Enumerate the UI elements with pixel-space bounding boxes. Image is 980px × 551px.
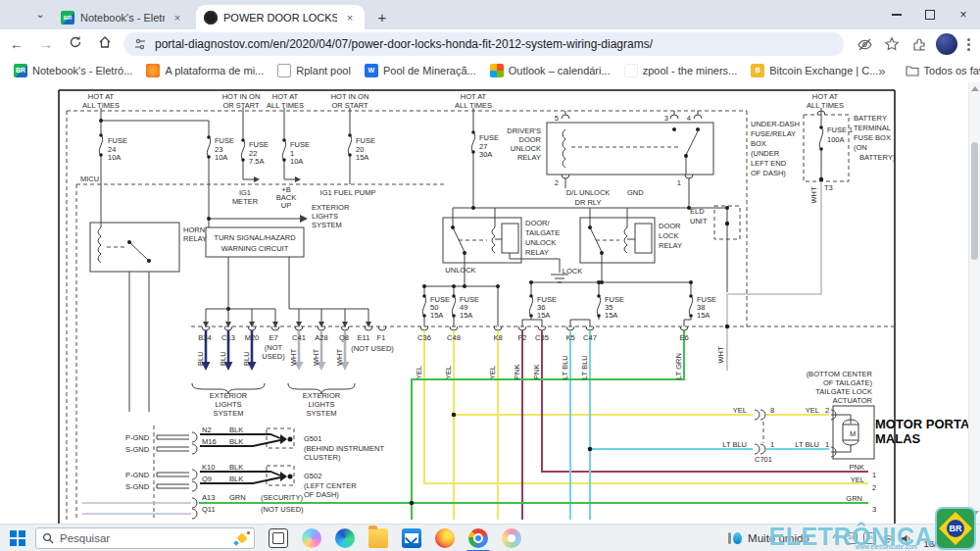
- restore-button[interactable]: [913, 0, 947, 29]
- profile-avatar[interactable]: [936, 33, 957, 55]
- tab-close-icon[interactable]: ×: [171, 11, 184, 25]
- scroll-down-icon[interactable]: [971, 511, 979, 516]
- relay-pin: 3: [664, 114, 668, 123]
- svg-text:WARNING CIRCUIT: WARNING CIRCUIT: [221, 244, 289, 253]
- reload-button[interactable]: [63, 31, 88, 57]
- tab-power-door-locks[interactable]: POWER DOOR LOCKS – Honda ×: [196, 5, 365, 29]
- close-button[interactable]: ×: [947, 0, 980, 29]
- svg-text:ALL TIMES: ALL TIMES: [82, 101, 120, 110]
- bookmark-item[interactable]: Outlook – calendári...: [490, 64, 611, 77]
- ig1-fuel-pump-label: IG1 FUEL PUMP: [320, 188, 376, 197]
- taskbar-search-input[interactable]: Pesquisar: [35, 527, 255, 549]
- tray-app-icon[interactable]: Rx: [863, 532, 876, 544]
- url-bar[interactable]: portal-diagnostov.com/en/2020/04/07/powe…: [123, 32, 844, 56]
- bookmark-label: Pool de Mineraçã...: [383, 65, 476, 76]
- wire-color-label: BLU: [196, 351, 205, 366]
- svg-text:SYSTEM: SYSTEM: [307, 409, 337, 418]
- pool-favicon-icon: W: [365, 64, 378, 77]
- page-content: HOT ATALL TIMES HOT IN ONOR START HOT AT…: [0, 82, 980, 524]
- pin-label: A13: [202, 493, 215, 502]
- svg-text:METER: METER: [232, 197, 259, 206]
- thermometer-icon: [728, 532, 731, 544]
- taskbar-clock[interactable]: 17:22 18/09/2024: [923, 527, 970, 549]
- tray-chevron-icon[interactable]: ^: [833, 533, 838, 544]
- firefox-icon[interactable]: [435, 528, 455, 548]
- svg-text:BLK: BLK: [229, 463, 243, 472]
- chrome-icon[interactable]: [468, 528, 488, 548]
- bookmark-item[interactable]: BRNotebook's - Eletró...: [14, 64, 132, 77]
- unlock-label: UNLOCK: [445, 266, 475, 275]
- task-view-button[interactable]: [269, 528, 288, 548]
- wire-color-label: LT GRN: [674, 353, 683, 379]
- bookmark-item[interactable]: A plataforma de mi...: [146, 64, 264, 77]
- bookmark-item[interactable]: WPool de Mineraçã...: [365, 64, 476, 77]
- home-icon: [98, 35, 112, 49]
- privacy-eye-button[interactable]: [854, 33, 875, 55]
- bookmark-item[interactable]: Zzpool - the miners...: [624, 64, 738, 77]
- bookmark-star-button[interactable]: [881, 33, 903, 55]
- chrome-menu-button[interactable]: [967, 38, 970, 51]
- p-gnd-label: P-GND: [125, 433, 150, 442]
- tab-search-chevron-icon[interactable]: ⌄: [31, 6, 49, 24]
- forward-button[interactable]: →: [33, 31, 59, 57]
- connector-label: C47: [583, 333, 597, 342]
- connector-label: A28: [315, 333, 327, 342]
- svg-text:OF TAILGATE): OF TAILGATE): [823, 378, 873, 387]
- bookmark-label: Bitcoin Exchange | C...: [769, 65, 878, 76]
- tab-notebooks[interactable]: BR Notebook's - EletrônicaBR.com ×: [53, 5, 192, 29]
- wire-color-label: BLU: [242, 351, 251, 366]
- pin-label: 1: [872, 471, 876, 479]
- back-button[interactable]: ←: [4, 31, 29, 57]
- hot-label: HOT AT: [461, 92, 487, 101]
- minimize-button[interactable]: [880, 0, 913, 29]
- edge-icon[interactable]: [335, 528, 355, 548]
- connector-label: M20: [245, 333, 260, 342]
- bookmarks-overflow-button[interactable]: »: [878, 64, 885, 78]
- copilot-icon[interactable]: [302, 528, 321, 548]
- exterior-lights-label: EXTERIOR: [312, 203, 350, 212]
- scroll-up-icon[interactable]: [971, 86, 979, 91]
- svg-text:(LEFT CENTER: (LEFT CENTER: [304, 481, 357, 490]
- wifi-icon[interactable]: [882, 533, 895, 544]
- connector-label: E7: [269, 333, 277, 342]
- start-button[interactable]: [10, 530, 25, 546]
- wire-color-label: WHT: [312, 349, 320, 366]
- bookmark-item[interactable]: ARplant pool: [277, 64, 351, 77]
- svg-text:TERMINAL: TERMINAL: [854, 124, 891, 132]
- tab-title: Notebook's - EletrônicaBR.com: [80, 12, 165, 24]
- tray-app-icon[interactable]: Du: [845, 532, 858, 544]
- wire-color-label: LT BLU: [795, 440, 819, 449]
- vertical-scrollbar[interactable]: [968, 82, 980, 524]
- svg-text:LOCK: LOCK: [659, 231, 678, 240]
- svg-text:CLUSTER): CLUSTER): [304, 453, 341, 462]
- volume-icon[interactable]: [901, 533, 911, 544]
- tab-close-icon[interactable]: ×: [343, 11, 357, 25]
- svg-text:OF DASH): OF DASH): [751, 169, 786, 177]
- scrollbar-thumb[interactable]: [971, 142, 978, 260]
- extensions-button[interactable]: [908, 33, 930, 55]
- svg-text:RELAY: RELAY: [659, 241, 682, 250]
- svg-text:ALL TIMES: ALL TIMES: [455, 101, 492, 110]
- mail-icon[interactable]: [402, 528, 421, 548]
- connector-label: Q8: [339, 333, 349, 342]
- tailgate-location-label: (BOTTOM CENTER: [807, 370, 873, 378]
- tab-strip: ⌄ BR Notebook's - EletrônicaBR.com × POW…: [0, 0, 980, 29]
- all-favorites-button[interactable]: Todos os favoritos: [906, 65, 980, 76]
- weather-widget[interactable]: Muito úmido: [728, 532, 809, 544]
- g501-label: G501: [304, 434, 321, 443]
- svg-text:UNLOCK: UNLOCK: [511, 144, 541, 153]
- hot-label: HOT AT: [88, 92, 115, 101]
- wht-wire-label: WHT: [716, 346, 725, 363]
- home-button[interactable]: [92, 31, 118, 57]
- svg-text:ALL TIMES: ALL TIMES: [267, 101, 304, 110]
- paint-icon[interactable]: [502, 528, 521, 548]
- svg-text:10A: 10A: [215, 153, 227, 162]
- new-tab-button[interactable]: +: [372, 8, 392, 27]
- pin-label: 8: [770, 406, 774, 415]
- s-gnd-label: S-GND: [125, 445, 150, 454]
- svg-text:FUSE/RELAY: FUSE/RELAY: [751, 129, 796, 138]
- svg-text:UNLOCK: UNLOCK: [525, 238, 556, 247]
- not-used-label: (NOT: [265, 343, 283, 352]
- bookmark-item[interactable]: BBitcoin Exchange | C...: [751, 64, 878, 77]
- file-explorer-icon[interactable]: [368, 528, 388, 548]
